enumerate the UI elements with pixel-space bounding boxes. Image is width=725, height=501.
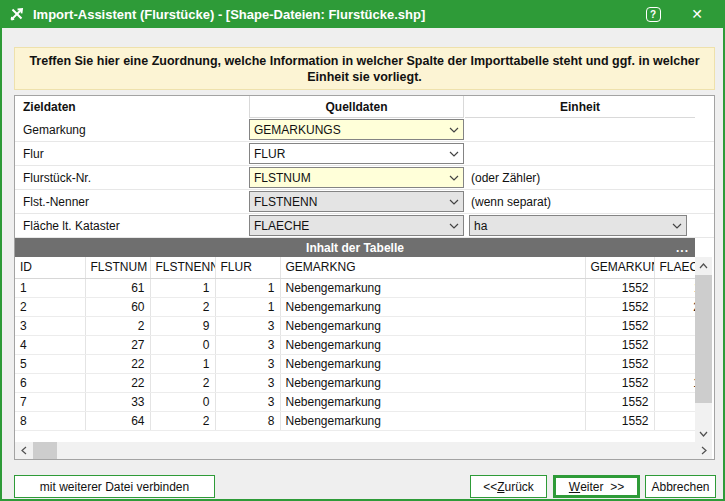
table-row[interactable]: 26021Nebengemarkung155222 (15, 297, 695, 316)
table-cell: 2 (15, 297, 85, 316)
selected-source-value: FLAECHE (250, 219, 445, 233)
table-cell: 0 (150, 392, 215, 411)
close-button[interactable]: ✕ (687, 4, 707, 24)
table-cell: 0 (654, 335, 695, 354)
mapping-row: Flst.-NennerFLSTNENN(wenn separat) (15, 190, 714, 214)
table-cell: 1552 (585, 354, 654, 373)
chevron-down-icon (668, 223, 686, 229)
titlebar[interactable]: Import-Assistent (Flurstücke) - [Shape-D… (0, 0, 725, 28)
table-options-button[interactable]: ... (676, 238, 689, 257)
table-cell: 1 (150, 278, 215, 297)
table-cell: 0 (654, 316, 695, 335)
table-cell: Nebengemarkung (280, 411, 585, 430)
table-row[interactable]: 52213Nebengemarkung15520 (15, 354, 695, 373)
column-header[interactable]: ID (15, 257, 85, 278)
table-cell: 64 (85, 411, 150, 430)
column-header[interactable]: FLSTNUM (85, 257, 150, 278)
chevron-down-icon (445, 175, 463, 181)
table-cell: 10 (654, 373, 695, 392)
table-cell: 1 (215, 278, 280, 297)
selected-source-value: FLSTNENN (250, 195, 445, 209)
table-cell: 27 (85, 335, 150, 354)
table-row[interactable]: 86428Nebengemarkung15522 (15, 411, 695, 430)
help-icon: ? (646, 7, 661, 22)
mapping-rows: GemarkungGEMARKUNGSFlurFLURFlurstück-Nr.… (15, 118, 714, 238)
scroll-up-icon[interactable] (695, 257, 712, 274)
horizontal-scrollbar[interactable] (15, 442, 712, 459)
table-row[interactable]: 3293Nebengemarkung15520 (15, 316, 695, 335)
table-cell: 3 (215, 335, 280, 354)
table-cell: 8 (215, 411, 280, 430)
horizontal-scroll-thumb[interactable] (33, 442, 57, 459)
table-cell: 3 (215, 392, 280, 411)
table-cell: Nebengemarkung (280, 373, 585, 392)
table-cell: 9 (150, 316, 215, 335)
table-cell: Nebengemarkung (280, 392, 585, 411)
chevron-down-icon (445, 151, 463, 157)
table-cell: 11 (654, 278, 695, 297)
scroll-down-icon[interactable] (695, 425, 712, 442)
mapping-header-row: Zieldaten Quelldaten Einheit (15, 96, 714, 118)
table-cell: 60 (85, 297, 150, 316)
scroll-right-icon[interactable] (695, 442, 712, 459)
table-cell: 2 (654, 411, 695, 430)
vertical-scroll-thumb[interactable] (695, 275, 712, 403)
table-cell: 7 (15, 392, 85, 411)
column-header[interactable]: FLAECHE (654, 257, 695, 278)
source-column-select[interactable]: FLSTNENN (249, 191, 464, 212)
unit-select[interactable]: ha (469, 215, 687, 236)
table-cell: 22 (654, 297, 695, 316)
table-cell: 2 (85, 316, 150, 335)
table-row[interactable]: 73303Nebengemarkung15528 (15, 392, 695, 411)
target-field-label: Flst.-Nenner (23, 195, 89, 209)
selected-source-value: GEMARKUNGS (250, 123, 445, 137)
table-cell: Nebengemarkung (280, 297, 585, 316)
instruction-banner: Treffen Sie hier eine Zuordnung, welche … (14, 47, 715, 90)
table-cell: 4 (15, 335, 85, 354)
table-cell: 3 (215, 316, 280, 335)
table-cell: 1552 (585, 335, 654, 354)
source-column-select[interactable]: FLAECHE (249, 215, 464, 236)
table-cell: 2 (150, 297, 215, 316)
vertical-scrollbar[interactable] (695, 257, 712, 442)
table-cell: 8 (654, 392, 695, 411)
target-field-label: Fläche lt. Kataster (23, 219, 120, 233)
mapping-row: Fläche lt. KatasterFLAECHEha (15, 214, 714, 238)
table-cell: 1552 (585, 278, 654, 297)
table-cell: Nebengemarkung (280, 335, 585, 354)
column-header[interactable]: GEMARKNG (280, 257, 585, 278)
scroll-left-icon[interactable] (15, 442, 32, 459)
help-button[interactable]: ? (643, 4, 663, 24)
source-column-select[interactable]: FLSTNUM (249, 167, 464, 188)
combine-file-button[interactable]: mit weiterer Datei verbinden (14, 475, 215, 498)
close-icon: ✕ (691, 6, 703, 22)
chevron-down-icon (445, 127, 463, 133)
table-cell: 1552 (585, 411, 654, 430)
table-header-row: IDFLSTNUMFLSTNENNFLURGEMARKNGGEMARKUNGSF… (15, 257, 695, 278)
next-button[interactable]: Weiter >> (553, 475, 640, 498)
cancel-button[interactable]: Abbrechen (645, 475, 716, 498)
chevron-down-icon (445, 223, 463, 229)
column-header[interactable]: FLUR (215, 257, 280, 278)
table-cell: 1 (15, 278, 85, 297)
data-table[interactable]: IDFLSTNUMFLSTNENNFLURGEMARKNGGEMARKUNGSF… (15, 257, 695, 435)
mapping-row: Flurstück-Nr.FLSTNUM(oder Zähler) (15, 166, 714, 190)
column-header[interactable]: GEMARKUNGS (585, 257, 654, 278)
table-cell: 33 (85, 392, 150, 411)
source-column-select[interactable]: FLUR (249, 143, 464, 164)
table-row[interactable]: 62223Nebengemarkung155210 (15, 373, 695, 392)
selected-source-value: FLSTNUM (250, 171, 445, 185)
table-row[interactable]: 42703Nebengemarkung15520 (15, 335, 695, 354)
table-cell: 1552 (585, 316, 654, 335)
import-assistant-window: Import-Assistent (Flurstücke) - [Shape-D… (0, 0, 725, 501)
source-column-select[interactable]: GEMARKUNGS (249, 119, 464, 140)
column-header[interactable]: FLSTNENN (150, 257, 215, 278)
chevron-down-icon (445, 199, 463, 205)
table-row[interactable]: 16111Nebengemarkung155211 (15, 278, 695, 297)
table-cell: 5 (15, 354, 85, 373)
table-cell: 3 (215, 354, 280, 373)
table-cell: 1 (215, 297, 280, 316)
field-note: (wenn separat) (471, 195, 551, 209)
app-icon (8, 5, 26, 23)
back-button[interactable]: << Zurück (470, 475, 547, 498)
